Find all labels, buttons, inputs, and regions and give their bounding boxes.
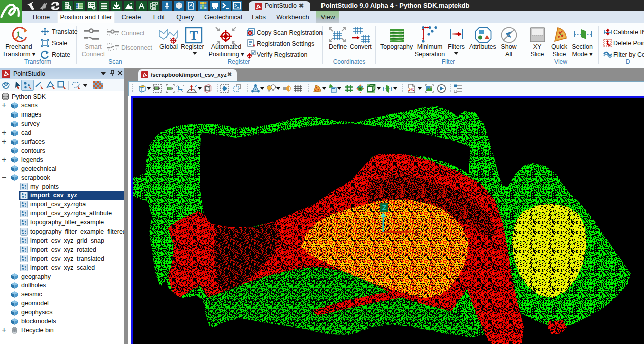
svg-text:E: E xyxy=(414,228,419,237)
svg-text:PDF: PDF xyxy=(408,88,414,91)
svg-text:z: z xyxy=(195,84,197,88)
svg-text:T: T xyxy=(190,29,198,42)
svg-text:Z: Z xyxy=(382,204,387,212)
